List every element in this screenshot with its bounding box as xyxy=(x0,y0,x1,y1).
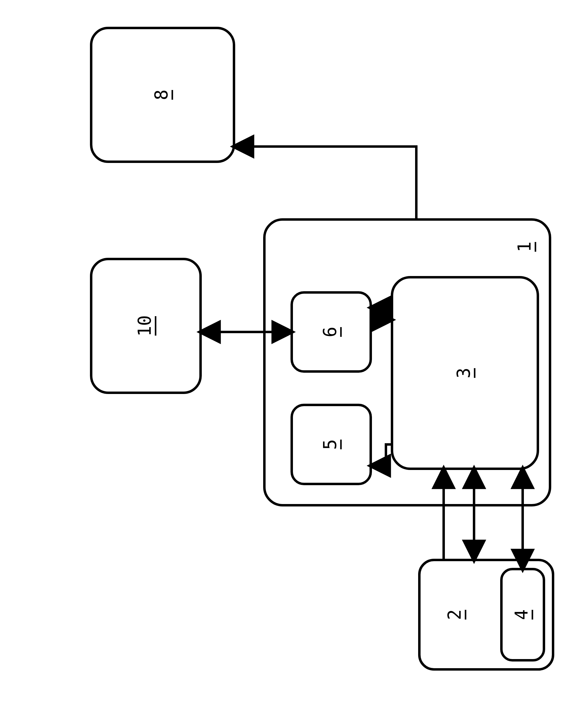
block-8-label: 8 xyxy=(151,90,172,100)
block-3-label: 3 xyxy=(454,368,474,379)
block-2-label: 2 xyxy=(444,610,465,620)
diagram-canvas: 2 4 1 5 6 3 10 8 xyxy=(0,0,588,715)
block-1-label: 1 xyxy=(514,242,535,252)
block-1 xyxy=(265,220,550,505)
block-4-label: 4 xyxy=(511,610,532,620)
arrow-3-to-5 xyxy=(371,445,392,466)
block-5-label: 5 xyxy=(320,439,340,450)
arrow-1-to-8 xyxy=(234,146,416,220)
block-6-label: 6 xyxy=(320,327,340,338)
block-10-label: 10 xyxy=(134,315,155,336)
arrow-3-6-bi xyxy=(371,308,392,320)
